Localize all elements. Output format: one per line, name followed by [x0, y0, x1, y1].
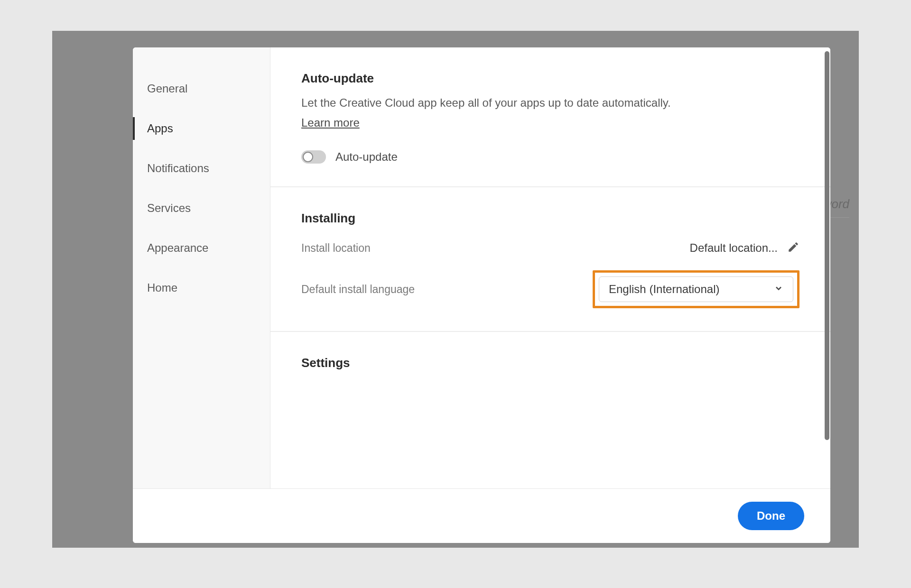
dialog-body: General Apps Notifications Services Appe… [133, 47, 830, 488]
install-location-value: Default location... [690, 241, 778, 255]
sidebar-item-label: Apps [147, 122, 173, 135]
auto-update-toggle-row: Auto-update [301, 150, 799, 164]
section-title: Installing [301, 211, 799, 226]
install-location-row: Install location Default location... [301, 241, 799, 255]
section-title: Auto-update [301, 71, 799, 86]
chevron-down-icon [774, 284, 783, 295]
dialog-footer: Done [133, 488, 830, 543]
scrollbar[interactable] [825, 51, 829, 440]
section-description: Let the Creative Cloud app keep all of y… [301, 94, 799, 131]
sidebar-item-services[interactable]: Services [133, 188, 270, 228]
settings-section: Settings [270, 332, 830, 417]
main-content[interactable]: Auto-update Let the Creative Cloud app k… [270, 47, 830, 488]
sidebar-item-notifications[interactable]: Notifications [133, 148, 270, 188]
sidebar-item-label: Services [147, 202, 191, 214]
sidebar: General Apps Notifications Services Appe… [133, 47, 270, 488]
toggle-label: Auto-update [335, 150, 398, 164]
installing-section: Installing Install location Default loca… [270, 187, 830, 332]
pencil-icon[interactable] [787, 241, 799, 255]
toggle-knob [303, 152, 313, 162]
preferences-dialog: General Apps Notifications Services Appe… [133, 47, 830, 543]
install-language-row: Default install language English (Intern… [301, 270, 799, 308]
install-location-value-group: Default location... [690, 241, 799, 255]
auto-update-section: Auto-update Let the Creative Cloud app k… [270, 47, 830, 187]
install-language-label: Default install language [301, 283, 415, 296]
auto-update-toggle[interactable] [301, 150, 326, 164]
app-background-layer: word General Apps Notifications Services… [52, 31, 859, 548]
sidebar-item-label: Appearance [147, 241, 208, 254]
sidebar-item-appearance[interactable]: Appearance [133, 228, 270, 268]
language-dropdown-highlight: English (International) [593, 270, 799, 308]
sidebar-item-label: Notifications [147, 162, 209, 175]
sidebar-item-label: General [147, 82, 187, 95]
sidebar-item-apps[interactable]: Apps [133, 109, 270, 148]
learn-more-link[interactable]: Learn more [301, 114, 360, 131]
done-button[interactable]: Done [738, 502, 804, 530]
sidebar-item-home[interactable]: Home [133, 268, 270, 308]
section-title: Settings [301, 356, 799, 370]
language-dropdown[interactable]: English (International) [599, 276, 793, 302]
sidebar-item-general[interactable]: General [133, 69, 270, 109]
sidebar-item-label: Home [147, 281, 177, 294]
install-location-label: Install location [301, 242, 371, 255]
dropdown-selected-value: English (International) [609, 283, 719, 296]
